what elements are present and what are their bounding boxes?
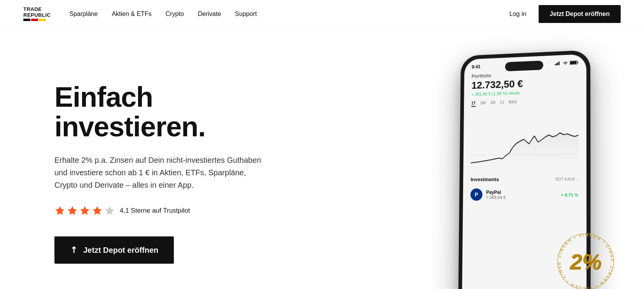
- nav-item-crypto[interactable]: Crypto: [166, 11, 184, 18]
- hero-section: Einfach investieren. Erhalte 2% p.a. Zin…: [0, 28, 644, 289]
- investments-section: Investments SEIT KAUF ↓ P PayPal ≈ 368,6…: [471, 176, 579, 204]
- phone-time: 9:41: [472, 64, 481, 70]
- logo-text-line1: TRADE: [23, 7, 51, 12]
- investment-item-paypal: P PayPal ≈ 368,64 € + 8,71 %: [471, 186, 579, 204]
- star-2: [67, 205, 78, 216]
- logo-flag: [23, 19, 51, 21]
- paypal-logo: P: [471, 189, 483, 201]
- svg-marker-1: [68, 206, 77, 215]
- nav-item-derivate[interactable]: Derivate: [198, 11, 221, 18]
- nav-item-support[interactable]: Support: [235, 11, 257, 18]
- svg-rect-11: [578, 62, 578, 63]
- header-right: Log in Jetzt Depot eröffnen: [509, 5, 621, 23]
- star-4: [92, 205, 103, 216]
- hero-cta-button[interactable]: ↗ Jetzt Depot eröffnen: [54, 236, 174, 264]
- svg-rect-7: [557, 62, 558, 65]
- flag-gold: [39, 19, 46, 21]
- logo-text-line2: REPUBLIC: [23, 12, 51, 18]
- stars-row: 4,1 Sterne auf Trustpilot: [54, 205, 296, 216]
- login-button[interactable]: Log in: [509, 11, 527, 18]
- star-5: [104, 205, 115, 216]
- time-tab-1m[interactable]: 1M: [490, 100, 495, 106]
- time-tab-1t[interactable]: 1T: [471, 101, 476, 107]
- svg-marker-3: [93, 206, 102, 215]
- status-icons: [555, 60, 579, 65]
- stars-label: 4,1 Sterne auf Trustpilot: [120, 207, 190, 215]
- svg-marker-0: [55, 206, 64, 215]
- header-cta-button[interactable]: Jetzt Depot eröffnen: [539, 5, 621, 23]
- nav-item-sparplaene[interactable]: Sparpläne: [69, 11, 98, 18]
- portfolio-chart: [471, 107, 578, 171]
- svg-marker-14: [471, 132, 578, 169]
- battery-icon: [570, 60, 578, 65]
- flag-red: [31, 19, 38, 21]
- investments-header: Investments SEIT KAUF ↓: [471, 176, 578, 182]
- svg-rect-8: [558, 62, 559, 65]
- star-rating: [54, 205, 115, 216]
- header: TRADE REPUBLIC Sparpläne Aktien & ETFs C…: [0, 0, 644, 28]
- main-nav: Sparpläne Aktien & ETFs Crypto Derivate …: [69, 11, 257, 18]
- investments-title: Investments: [471, 176, 499, 182]
- wifi-icon: [563, 61, 568, 65]
- hero-subtitle: Erhalte 2% p.a. Zinsen auf Dein nicht-in…: [54, 154, 264, 191]
- star-3: [79, 205, 90, 216]
- hero-title: Einfach investieren.: [54, 83, 296, 141]
- paypal-details: PayPal ≈ 368,64 €: [486, 190, 557, 200]
- paypal-name: PayPal: [486, 190, 557, 196]
- time-tab-1j[interactable]: 1J: [500, 100, 504, 106]
- logo[interactable]: TRADE REPUBLIC: [23, 7, 51, 21]
- hero-right: 9:41: [348, 59, 621, 289]
- star-1: [54, 205, 65, 216]
- phone-notch: [505, 60, 543, 71]
- nav-item-aktien-etfs[interactable]: Aktien & ETFs: [112, 11, 151, 18]
- time-tabs: 1T 1W 1M 1J MAX: [471, 98, 578, 107]
- svg-point-9: [565, 64, 566, 65]
- paypal-value: ≈ 368,64 €: [486, 195, 557, 200]
- seit-kauf-label: SEIT KAUF ↓: [555, 177, 579, 182]
- flag-black: [23, 19, 30, 21]
- svg-marker-4: [105, 206, 114, 215]
- time-tab-1w[interactable]: 1W: [480, 101, 485, 107]
- svg-rect-12: [570, 61, 576, 64]
- paypal-change: + 8,71 %: [561, 192, 579, 197]
- phone-content: Portfolio 12.732,50 € + 391,80 € (1,38 %…: [463, 65, 586, 208]
- zinsen-circle: ZINSEN • ZINSEN • ZINSEN • ZINSEN • ZINS…: [555, 231, 617, 289]
- zinsen-badge: ZINSEN • ZINSEN • ZINSEN • ZINSEN • ZINS…: [555, 231, 617, 289]
- time-tab-max[interactable]: MAX: [509, 100, 517, 106]
- header-left: TRADE REPUBLIC Sparpläne Aktien & ETFs C…: [23, 7, 257, 21]
- svg-rect-6: [556, 63, 557, 65]
- zinsen-number: 2%: [570, 251, 602, 273]
- hero-cta-label: Jetzt Depot eröffnen: [83, 246, 158, 255]
- cta-arrow-icon: ↗: [67, 244, 79, 256]
- svg-marker-2: [80, 206, 89, 215]
- signal-icon: [555, 61, 561, 65]
- chart-svg: [471, 107, 578, 171]
- svg-rect-5: [555, 64, 556, 65]
- hero-left: Einfach investieren. Erhalte 2% p.a. Zin…: [54, 59, 296, 264]
